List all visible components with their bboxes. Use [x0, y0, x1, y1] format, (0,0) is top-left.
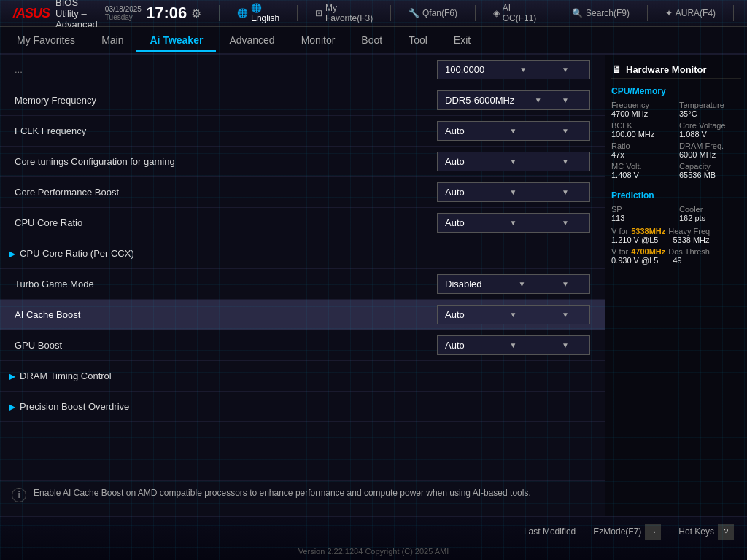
top-dropdown[interactable]: 100.0000 ▼: [437, 60, 590, 79]
turbo-game-dropdown[interactable]: Disabled ▼: [437, 274, 590, 294]
ai-cache-dropdown[interactable]: Auto ▼: [437, 305, 590, 324]
dropdown-arrow-icon: ▼: [509, 311, 516, 319]
dropdown-arrow-icon: ▼: [519, 66, 527, 74]
memory-freq-dropdown[interactable]: DDR5-6000MHz ▼: [437, 90, 590, 110]
dropdown-arrow-icon: ▼: [535, 96, 542, 104]
dropdown-arrow-icon: ▼: [509, 188, 516, 196]
dropdown-arrow-icon: ▼: [509, 127, 516, 135]
cpb-value: Auto: [445, 187, 465, 198]
dropdown-arrow-icon: ▼: [509, 341, 516, 349]
core-tunings-dropdown[interactable]: Auto ▼: [437, 152, 590, 171]
gpu-boost-dropdown[interactable]: Auto ▼: [437, 335, 590, 355]
memory-freq-value: DDR5-6000MHz: [445, 95, 514, 106]
cpu-ratio-value: Auto: [445, 217, 465, 228]
ai-cache-value: Auto: [445, 309, 465, 320]
core-tunings-value: Auto: [445, 156, 465, 167]
dropdown-arrow-icon: ▼: [518, 280, 525, 288]
cpu-ratio-dropdown[interactable]: Auto ▼: [437, 213, 590, 233]
fclk-dropdown[interactable]: Auto ▼: [437, 121, 590, 141]
fclk-value: Auto: [445, 125, 465, 136]
dropdown-arrow-icon: ▼: [509, 158, 516, 166]
cpb-dropdown[interactable]: Auto ▼: [437, 182, 590, 202]
turbo-game-value: Disabled: [445, 279, 482, 289]
gpu-boost-value: Auto: [445, 340, 465, 351]
dropdown-arrow-icon: ▼: [509, 219, 516, 227]
